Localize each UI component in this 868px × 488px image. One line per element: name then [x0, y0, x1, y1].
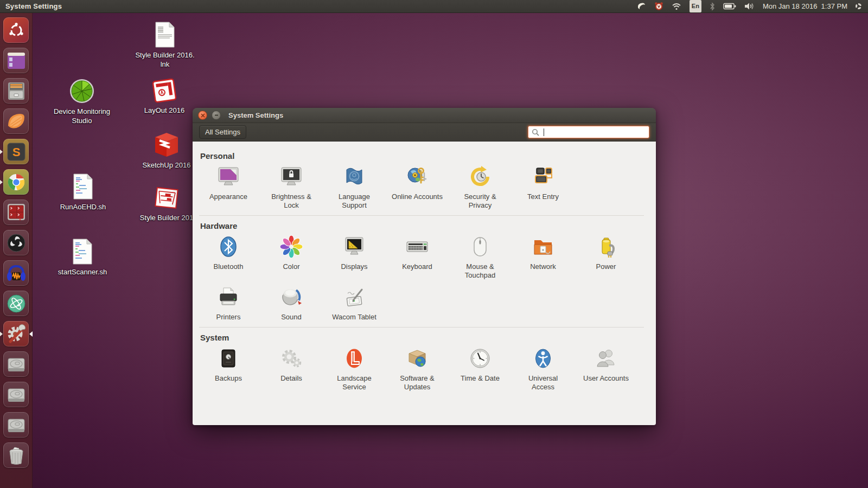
settings-item-label: Wacom Tablet — [332, 313, 376, 322]
focused-arrow-icon — [29, 331, 33, 337]
layout-icon — [152, 78, 177, 103]
google-chrome-icon[interactable] — [3, 169, 29, 195]
bluetooth-settings-icon — [215, 234, 241, 260]
wacom-tablet-icon — [341, 284, 367, 310]
section-separator — [199, 327, 644, 328]
clementine-icon[interactable] — [3, 108, 29, 134]
minimize-button[interactable] — [212, 111, 221, 120]
keyboard-layout-indicator[interactable]: En — [690, 0, 701, 12]
wifi-icon[interactable] — [672, 0, 681, 12]
close-button[interactable] — [198, 111, 207, 120]
settings-item-keyboard[interactable]: Keyboard — [387, 234, 447, 280]
settings-item-user-accounts[interactable]: User Accounts — [576, 345, 636, 391]
system-settings-window: System Settings All Settings Personal — [193, 108, 656, 425]
settings-item-details[interactable]: Details — [261, 345, 321, 391]
settings-item-software-updates[interactable]: Software & Updates — [387, 345, 447, 391]
power-icon — [593, 234, 619, 260]
settings-item-label: Details — [280, 374, 302, 383]
desktop-icon-startscanner-sh[interactable]: startScanner.sh — [47, 239, 118, 277]
desktop-icon-label: Device MonitoringStudio — [54, 107, 110, 125]
settings-item-color[interactable]: Color — [261, 234, 321, 280]
search-input[interactable] — [542, 126, 646, 138]
desktop-icon-label: Style Builder 201 — [140, 213, 193, 222]
settings-item-label: Text Entry — [527, 192, 559, 201]
settings-item-sound[interactable]: Sound — [261, 284, 321, 322]
printers-icon — [215, 284, 241, 310]
terminator-icon[interactable] — [3, 200, 29, 225]
obs-studio-icon[interactable] — [3, 230, 29, 255]
section-title-personal: Personal — [200, 151, 646, 160]
settings-item-displays[interactable]: Displays — [324, 234, 384, 280]
settings-content: Personal Appearance — [193, 142, 656, 425]
settings-item-language-support[interactable]: Language Support — [324, 164, 384, 210]
settings-item-label: Security & Privacy — [454, 192, 507, 210]
settings-item-bluetooth[interactable]: Bluetooth — [199, 234, 258, 280]
volume-icon[interactable] — [744, 0, 755, 12]
desktop-icon-style-builder-2016[interactable]: Style Builder 201 — [131, 185, 202, 222]
settings-item-text-entry[interactable]: Text Entry — [513, 164, 573, 210]
settings-item-label: Universal Access — [516, 374, 570, 391]
running-arrow-icon — [0, 179, 3, 185]
script-file-icon — [72, 239, 93, 265]
trash-icon[interactable] — [3, 442, 29, 468]
bluetooth-icon[interactable] — [710, 0, 715, 12]
all-settings-button[interactable]: All Settings — [199, 125, 246, 139]
settings-item-label: Time & Date — [461, 374, 500, 383]
desktop-icon-style-builder-lnk[interactable]: Style Builder 2016.lnk — [130, 22, 200, 69]
ubuntu-dash-icon[interactable] — [3, 17, 29, 43]
settings-item-printers[interactable]: Printers — [199, 284, 258, 322]
battery-icon[interactable] — [723, 0, 736, 12]
panel-app-title: System Settings — [0, 2, 62, 10]
window-titlebar[interactable]: System Settings — [193, 108, 656, 123]
settings-item-brightness-lock[interactable]: Brightness & Lock — [261, 164, 321, 210]
settings-item-security-privacy[interactable]: Security & Privacy — [450, 164, 510, 210]
desktop-icon-sketchup-2016[interactable]: SketchUp 2016 — [131, 132, 202, 170]
desktop-icon-runaoehd-sh[interactable]: RunAoEHD.sh — [48, 174, 118, 211]
desktop-icon-device-monitoring-studio[interactable]: Device MonitoringStudio — [47, 78, 117, 125]
hard-disk-icon[interactable] — [3, 351, 29, 377]
universal-access-icon — [530, 345, 556, 371]
hard-disk-icon[interactable] — [3, 382, 29, 407]
online-accounts-icon — [404, 164, 430, 190]
sketchup-icon — [154, 132, 179, 158]
radar-icon — [69, 78, 95, 104]
settings-item-landscape-service[interactable]: Landscape Service — [324, 345, 384, 391]
window-toolbar: All Settings — [193, 123, 656, 142]
settings-item-backups[interactable]: Backups — [199, 345, 258, 391]
file-cabinet-icon[interactable] — [3, 78, 29, 104]
section-title-hardware: Hardware — [200, 221, 646, 230]
text-entry-icon — [530, 164, 556, 190]
settings-item-universal-access[interactable]: Universal Access — [513, 345, 573, 391]
session-gear-icon[interactable] — [856, 0, 861, 12]
purple-window-app-icon[interactable] — [3, 48, 29, 73]
desktop-icon-layout-2016[interactable]: LayOut 2016 — [129, 78, 200, 115]
panel-clock[interactable]: Mon Jan 18 2016 1:37 PM — [763, 0, 847, 12]
settings-item-appearance[interactable]: Appearance — [199, 164, 258, 210]
crescent-moon-icon[interactable] — [636, 0, 646, 12]
running-arrow-icon — [0, 149, 3, 155]
settings-item-power[interactable]: Power — [576, 234, 636, 280]
settings-item-mouse-touchpad[interactable]: Mouse & Touchpad — [450, 234, 510, 280]
search-box[interactable] — [528, 126, 649, 138]
atom-icon[interactable] — [3, 291, 29, 316]
desktop-icon-label: RunAoEHD.sh — [60, 202, 106, 211]
color-icon — [278, 234, 304, 260]
window-title: System Settings — [228, 111, 283, 119]
system-settings-icon[interactable] — [3, 321, 29, 346]
hardware-grid: Bluetooth — [197, 234, 646, 322]
alarm-clock-icon[interactable] — [654, 0, 663, 12]
settings-item-online-accounts[interactable]: Online Accounts — [387, 164, 447, 210]
settings-item-label: Bluetooth — [214, 262, 244, 271]
settings-item-label: Printers — [216, 313, 241, 322]
audacity-icon[interactable] — [3, 260, 29, 286]
sublime-text-icon[interactable]: S — [3, 139, 29, 164]
backups-icon — [215, 345, 241, 371]
settings-item-label: Color — [283, 262, 299, 271]
top-panel: System Settings En — [0, 0, 868, 13]
settings-item-time-date[interactable]: Time & Date — [450, 345, 510, 391]
settings-item-wacom-tablet[interactable]: Wacom Tablet — [324, 284, 384, 322]
settings-item-network[interactable]: Network — [513, 234, 573, 280]
settings-item-label: User Accounts — [583, 374, 629, 383]
hard-disk-icon[interactable] — [3, 412, 29, 438]
desktop-icon-label: Style Builder 2016.lnk — [135, 50, 194, 69]
